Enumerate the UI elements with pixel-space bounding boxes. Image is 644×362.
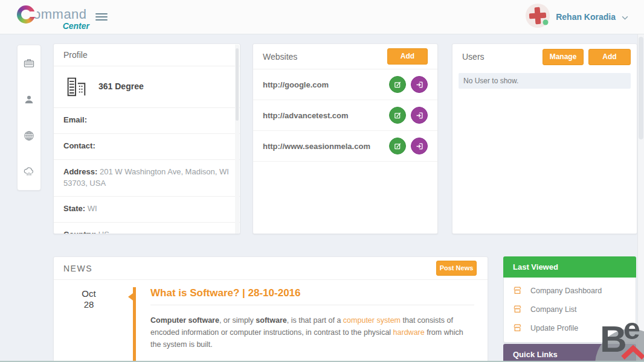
command-center-dashboard: ommand Center Rehan Koradia: [0, 0, 644, 362]
profile-field-country: Country: US: [54, 222, 240, 234]
quick-links-header: Quick Links: [503, 344, 636, 362]
page-scrollbar[interactable]: [637, 34, 644, 362]
storefront-icon: [512, 323, 523, 333]
red-cross-avatar-icon: [526, 4, 550, 28]
sidebar-item-company[interactable]: [23, 57, 35, 69]
quick-links-widget: Quick Links: [503, 344, 636, 362]
menu-toggle-icon[interactable]: [95, 13, 108, 22]
last-viewed-header: Last Viewed: [503, 256, 636, 278]
profile-field-state: State: WI: [54, 196, 240, 222]
buildings-icon: [63, 74, 89, 99]
news-title: NEWS: [63, 264, 92, 273]
add-user-button[interactable]: Add: [588, 49, 631, 65]
websites-title: Websites: [263, 52, 297, 62]
divider: [150, 305, 474, 305]
last-viewed-item-update-profile[interactable]: Update Profile: [504, 319, 636, 337]
sidebar-item-users[interactable]: [23, 94, 35, 106]
news-post-date: Oct28: [71, 288, 107, 310]
users-title: Users: [462, 52, 538, 62]
brand-logo[interactable]: ommand Center: [17, 5, 89, 31]
profile-field-address: Address: 201 W Washington Ave, Madison, …: [54, 159, 240, 197]
sidebar-item-news[interactable]: [23, 166, 35, 178]
edit-icon[interactable]: [389, 76, 406, 93]
avatar: [526, 4, 550, 30]
scrollbar-thumb[interactable]: [639, 37, 643, 139]
brand-word: ommand: [33, 7, 87, 22]
website-url: http://google.com: [263, 80, 329, 89]
brand-subtitle: Center: [42, 21, 89, 31]
profile-field-email: Email:: [54, 107, 240, 133]
brand-swirl-c-icon: [17, 5, 35, 24]
website-row: http://www.seasionmela.com: [253, 131, 437, 162]
website-url: http://advancetest.com: [263, 111, 349, 120]
website-row: http://google.com: [253, 69, 437, 100]
profile-card: Profile 361 Degree Email: Contact: Addre…: [53, 43, 240, 234]
news-article: What is Software? | 28-10-2016 Computer …: [150, 287, 474, 362]
edit-icon[interactable]: [389, 107, 406, 124]
profile-title: Profile: [63, 50, 88, 60]
last-viewed-widget: Last Viewed Company Dashboard Company Li…: [503, 256, 636, 343]
news-paragraph: Computer software, or simply software, i…: [150, 314, 474, 351]
briefcase-icon: [23, 57, 35, 69]
storefront-icon: [512, 304, 523, 314]
user-menu[interactable]: Rehan Koradia: [526, 5, 628, 29]
sidebar-item-websites[interactable]: [23, 130, 35, 142]
globe-icon: [23, 130, 35, 142]
visit-icon[interactable]: [411, 76, 428, 93]
visit-icon[interactable]: [411, 138, 428, 154]
mini-sidebar: [17, 45, 41, 191]
user-icon: [23, 94, 35, 106]
last-viewed-item-company-dashboard[interactable]: Company Dashboard: [504, 281, 636, 300]
broadcast-icon: [23, 166, 35, 178]
profile-scrollbar[interactable]: [235, 45, 239, 234]
news-card: NEWS Post News Oct28 What is Software? |…: [53, 256, 488, 362]
news-post-heading[interactable]: What is Software? | 28-10-2016: [150, 287, 474, 299]
users-empty-message: No User to show.: [459, 73, 631, 89]
timeline-bar: [133, 287, 136, 362]
visit-icon[interactable]: [411, 107, 428, 124]
edit-icon[interactable]: [389, 138, 406, 154]
last-viewed-item-company-list[interactable]: Company List: [504, 300, 636, 319]
timeline-arrow: [128, 293, 133, 300]
profile-field-contact: Contact:: [54, 133, 240, 159]
add-website-button[interactable]: Add: [387, 48, 428, 65]
website-url: http://www.seasionmela.com: [263, 142, 370, 151]
websites-card: Websites Add http://google.com http://ad…: [253, 43, 438, 234]
website-row: http://advancetest.com: [253, 100, 437, 131]
users-card: Users Manage Add No User to show.: [452, 43, 637, 234]
post-news-button[interactable]: Post News: [436, 261, 477, 276]
company-row: 361 Degree: [54, 66, 240, 107]
user-name: Rehan Koradia: [556, 12, 616, 22]
manage-users-button[interactable]: Manage: [543, 49, 584, 65]
storefront-icon: [512, 285, 523, 296]
company-name: 361 Degree: [98, 81, 144, 91]
chevron-down-icon: [622, 11, 628, 22]
top-header: ommand Center Rehan Koradia: [0, 0, 644, 34]
